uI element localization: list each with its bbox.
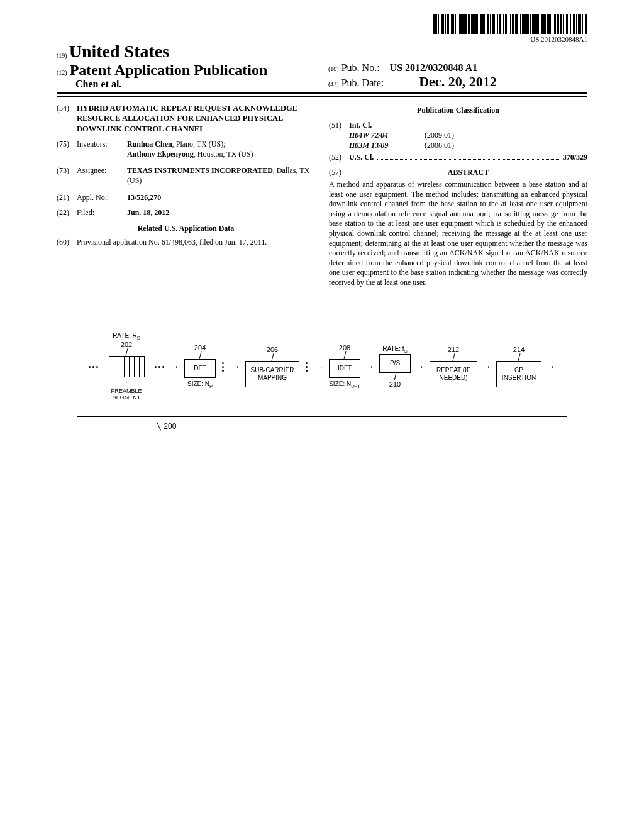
arrow-right-icon: → [414,362,426,372]
ps-block: P/S [379,354,411,373]
inid-51: (51) [329,120,349,151]
intcl-2-date: (2006.01) [425,140,454,150]
uscl-leader-dots [377,159,558,160]
figure-box: RATE: RS 202 ︸ PREAMBLE SEGMENT → 204 [77,319,567,417]
rate-fs-label: RATE: fS [382,345,407,354]
pubdate-label: Pub. Date: [341,77,384,88]
inid-43: (43) [328,80,339,87]
country: United States [69,42,169,61]
related-data-header: Related U.S. Application Data [57,224,315,233]
preamble-block: ︸ PREAMBLE SEGMENT [103,356,150,401]
leader-line [125,349,128,357]
inid-54: (54) [57,103,77,134]
leader-line [343,351,346,359]
body-columns: (54) HYBRID AUTOMATIC REPEAT REQUEST ACK… [57,103,587,287]
arrow-right-icon: → [545,362,557,372]
rate-rs-label: RATE: RS [113,332,140,341]
uscl-value: 370/329 [563,152,587,162]
repeat-block: REPEAT (IF NEEDED) [430,361,477,387]
inventor-1-name: Runhua Chen [127,140,172,148]
inventor-2-name: Anthony Ekpenyong [127,150,194,158]
inventors-value: Runhua Chen, Plano, TX (US); Anthony Ekp… [127,139,315,159]
inid-52: (52) [329,152,349,162]
size-ndft-label: SIZE: NDFT [329,380,360,389]
inid-10: (10) [328,65,339,72]
intcl-label: Int. Cl. [349,120,587,130]
idft-block: IDFT [329,359,360,378]
patent-page: US 20120320848A1 (19) United States (12)… [0,0,644,830]
intcl-2-code: H03M 13/09 [349,140,425,150]
barcode-icon [433,14,587,34]
arrow-right-icon: → [314,362,325,372]
arrow-right-icon: → [230,362,242,372]
inid-57: (57) [329,167,349,177]
left-column: (54) HYBRID AUTOMATIC REPEAT REQUEST ACK… [57,103,315,287]
inventors-label: Inventors: [77,139,127,159]
classification-header: Publication Classification [329,106,587,115]
publication-number: US 2012/0320848 A1 [390,62,478,73]
header: (19) United States (12) Patent Applicati… [57,42,587,90]
pubno-label: Pub. No.: [341,62,380,73]
ref-202: 202 [121,341,132,348]
ref-200: 200 [164,422,176,431]
leader-line [452,353,455,361]
inventor-2-location: , Houston, TX (US) [194,150,253,158]
vdots-icon [219,362,226,372]
cp-block: CP INSERTION [496,361,541,387]
filed-date: Jun. 18, 2012 [127,208,315,218]
publication-date: Dec. 20, 2012 [419,74,496,89]
uscl-label: U.S. Cl. [349,152,374,162]
ellipsis-icon [87,366,99,368]
barcode-block: US 20120320848A1 [433,14,587,43]
intcl-1-date: (2009.01) [425,130,454,140]
inid-60: (60) [57,237,77,247]
leader-line [271,353,274,361]
brace-icon: ︸ [124,379,130,387]
vdots-icon [303,362,310,372]
inid-21: (21) [57,192,77,202]
invention-title: HYBRID AUTOMATIC REPEAT REQUEST ACKNOWLE… [77,103,315,134]
preamble-bars-icon [109,356,145,377]
arrow-right-icon: → [481,362,492,372]
barcode-number: US 20120320848A1 [433,35,587,43]
ref-210: 210 [389,380,401,388]
abstract-label: ABSTRACT [349,167,587,177]
size-np-label: SIZE: NP [187,380,213,389]
dft-block: DFT [184,359,216,378]
ref-204: 204 [194,344,206,351]
right-column: Publication Classification (51) Int. Cl.… [329,103,587,287]
application-number: 13/526,270 [127,192,315,202]
inventor-1-location: , Plano, TX (US); [172,140,226,148]
leader-line [518,353,520,361]
leader-line [394,373,396,380]
inid-19: (19) [57,52,67,59]
inid-73: (73) [57,165,77,185]
ref-206: 206 [267,346,278,353]
provisional-text: Provisional application No. 61/498,063, … [77,237,315,247]
preamble-label: PREAMBLE SEGMENT [103,389,150,401]
subcarrier-block: SUB-CARRIER MAPPING [245,361,299,387]
inid-22: (22) [57,208,77,218]
filed-label: Filed: [77,208,127,218]
publication-type: Patent Application Publication [70,62,268,78]
authors: Chen et al. [75,79,316,90]
header-rule [57,92,587,97]
ref-208: 208 [339,344,350,351]
figure-200: RATE: RS 202 ︸ PREAMBLE SEGMENT → 204 [77,319,567,431]
inid-75: (75) [57,139,77,159]
assignee-label: Assignee: [77,165,127,185]
ref-200-callout: 200 [158,422,567,431]
abstract-text: A method and apparatus of wireless commu… [329,180,587,288]
leader-line [157,423,161,431]
assignee-value: TEXAS INSTRUMENTS INCORPORATED, Dallas, … [127,165,315,185]
intcl-1-code: H04W 72/04 [349,130,425,140]
assignee-name: TEXAS INSTRUMENTS INCORPORATED [127,166,273,175]
applno-label: Appl. No.: [77,192,127,202]
arrow-right-icon: → [364,362,375,372]
ref-212: 212 [448,346,459,353]
ref-214: 214 [513,346,525,353]
inid-12: (12) [57,69,67,76]
leader-line [199,351,201,359]
ellipsis-icon [153,366,165,368]
arrow-right-icon: → [169,362,180,372]
